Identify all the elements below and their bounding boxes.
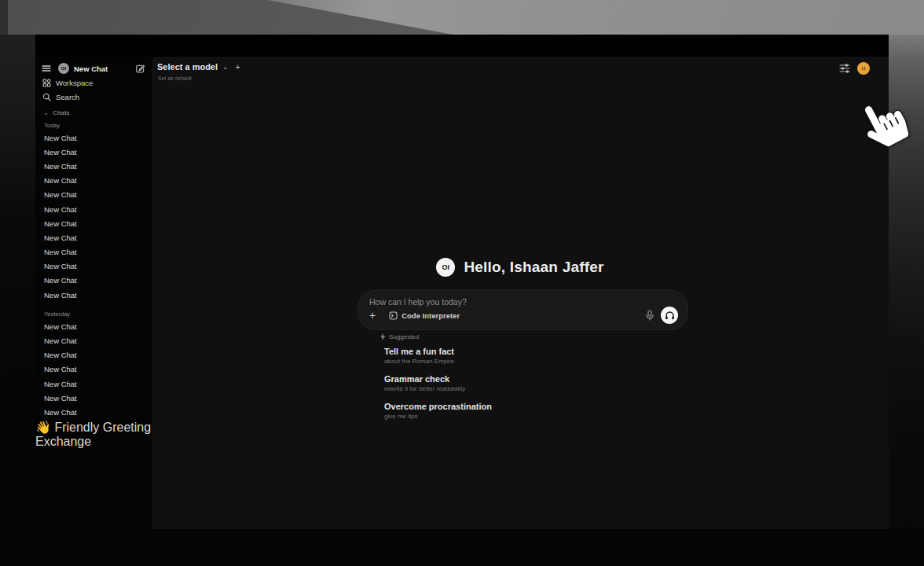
- search-label: Search: [56, 93, 79, 101]
- suggested-section: Suggested Tell me a fun fact about the R…: [380, 333, 492, 429]
- chat-list-item[interactable]: New Chat: [35, 145, 152, 159]
- suggestion-subtitle: rewrite it for better readability: [384, 385, 492, 393]
- voice-call-button[interactable]: [661, 307, 678, 324]
- suggestion-item[interactable]: Overcome procrastination give me tips: [384, 402, 492, 421]
- wallpaper-edge: [0, 0, 8, 35]
- attach-button[interactable]: +: [369, 310, 376, 321]
- chat-list-item-named[interactable]: 👋 Friendly Greeting Exchange: [35, 420, 152, 449]
- chat-list-item[interactable]: New Chat: [35, 159, 152, 173]
- sidebar-header: OI New Chat: [35, 61, 152, 75]
- chat-list-today: New ChatNew ChatNew ChatNew ChatNew Chat…: [35, 130, 152, 302]
- bolt-icon: [380, 333, 386, 340]
- chat-group-label-yesterday: Yesterday: [35, 308, 152, 319]
- chat-list-item[interactable]: New Chat: [35, 274, 152, 288]
- chevron-down-icon: ⌄: [222, 63, 229, 71]
- code-interpreter-toggle[interactable]: Code Interpreter: [389, 311, 460, 320]
- main-panel: Select a model ⌄ + Set as default IJ OI …: [152, 57, 889, 529]
- suggestion-subtitle: give me tips: [384, 413, 492, 421]
- microphone-icon[interactable]: [645, 310, 654, 321]
- model-selector-label: Select a model: [157, 62, 218, 72]
- user-avatar[interactable]: IJ: [857, 62, 870, 75]
- greeting-text: Hello, Ishaan Jaffer: [464, 259, 603, 276]
- brand-logo: OI: [436, 258, 455, 277]
- wallpaper-wedge: [0, 0, 924, 35]
- chat-list-item[interactable]: New Chat: [35, 216, 152, 230]
- sidebar-toggle-icon[interactable]: [42, 64, 51, 72]
- chat-list-item[interactable]: New Chat: [35, 391, 152, 405]
- chat-list-item[interactable]: New Chat: [35, 348, 152, 362]
- code-interpreter-icon: [389, 311, 398, 320]
- suggested-label: Suggested: [389, 333, 419, 340]
- window-top-strip: [35, 35, 889, 57]
- chat-list-item[interactable]: New Chat: [35, 130, 152, 145]
- sidebar-item-search[interactable]: Search: [35, 90, 152, 104]
- add-model-button[interactable]: +: [236, 62, 240, 72]
- chat-list-item[interactable]: New Chat: [35, 319, 152, 333]
- header-actions: IJ: [839, 62, 870, 75]
- suggestion-item[interactable]: Grammar check rewrite it for better read…: [384, 374, 492, 393]
- sidebar-item-workspace[interactable]: Workspace: [35, 75, 152, 90]
- suggestion-title: Grammar check: [384, 374, 492, 384]
- desktop: OI New Chat Workspace Search ⌄ Chats: [0, 0, 924, 566]
- greeting: OI Hello, Ishaan Jaffer: [152, 258, 889, 277]
- search-icon: [42, 93, 51, 101]
- workspace-label: Workspace: [56, 79, 93, 87]
- chat-list-item[interactable]: New Chat: [35, 174, 152, 188]
- chat-input-placeholder: How can I help you today?: [369, 297, 678, 307]
- chat-list-item[interactable]: New Chat: [35, 202, 152, 216]
- sidebar: OI New Chat Workspace Search ⌄ Chats: [35, 57, 152, 529]
- sidebar-title: New Chat: [74, 64, 135, 73]
- desktop-wallpaper-top: [0, 0, 924, 35]
- controls-sliders-icon[interactable]: [839, 64, 850, 73]
- suggestion-item[interactable]: Tell me a fun fact about the Roman Empir…: [384, 347, 492, 366]
- chat-list-item[interactable]: New Chat: [35, 362, 152, 377]
- chats-section-toggle[interactable]: ⌄ Chats: [35, 107, 152, 118]
- chats-section-label: Chats: [53, 109, 70, 116]
- brand-logo: OI: [58, 63, 69, 74]
- chat-list-item[interactable]: New Chat: [35, 188, 152, 202]
- set-as-default-button[interactable]: Set as default: [158, 75, 192, 81]
- headphones-icon: [665, 311, 675, 321]
- chat-list-item[interactable]: New Chat: [35, 230, 152, 244]
- chat-group-label-today: Today: [35, 119, 152, 130]
- desktop-wallpaper-bottom: [0, 529, 924, 566]
- workspace-icon: [42, 79, 51, 87]
- suggestion-subtitle: about the Roman Empire: [384, 358, 492, 366]
- app-window: OI New Chat Workspace Search ⌄ Chats: [35, 35, 889, 529]
- chat-list-yesterday: New ChatNew ChatNew ChatNew ChatNew Chat…: [35, 319, 152, 419]
- suggestion-title: Overcome procrastination: [384, 402, 492, 412]
- suggestion-list: Tell me a fun fact about the Roman Empir…: [380, 347, 492, 421]
- chat-list-item[interactable]: New Chat: [35, 245, 152, 259]
- desktop-wallpaper-right: [889, 35, 924, 566]
- model-selector[interactable]: Select a model ⌄ +: [157, 62, 240, 72]
- chat-list-item[interactable]: New Chat: [35, 288, 152, 302]
- code-interpreter-label: Code Interpreter: [402, 311, 460, 320]
- chevron-down-icon: ⌄: [43, 109, 49, 116]
- suggestion-title: Tell me a fun fact: [384, 347, 492, 357]
- chat-list-item[interactable]: New Chat: [35, 405, 152, 419]
- chat-list-item[interactable]: New Chat: [35, 333, 152, 347]
- chat-list-item[interactable]: New Chat: [35, 259, 152, 274]
- chat-input-box[interactable]: How can I help you today? + Code Interpr…: [358, 290, 688, 330]
- chat-list-item[interactable]: New Chat: [35, 377, 152, 391]
- new-chat-icon[interactable]: [135, 64, 145, 74]
- desktop-wallpaper-left: [0, 35, 35, 566]
